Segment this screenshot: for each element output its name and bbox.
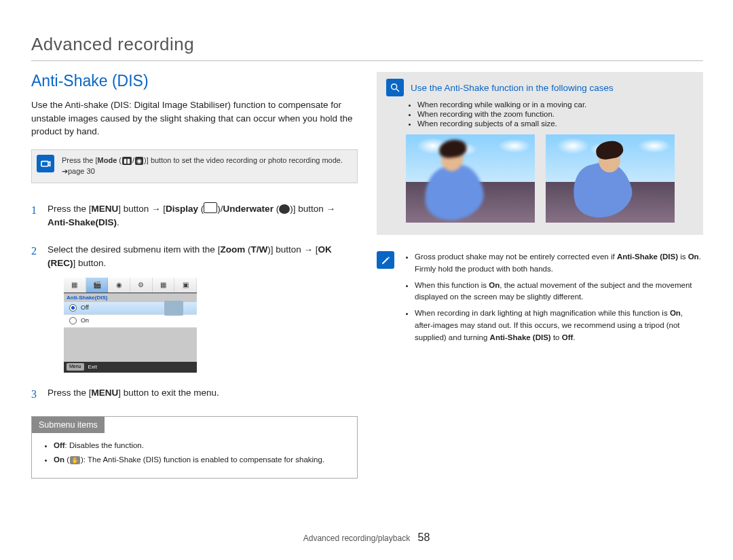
- steps-list: 1 Press the [MENU] button → [Display ()/…: [31, 202, 358, 403]
- w3a: When recording in dark lighting at high …: [415, 309, 670, 317]
- step-1-frag-f: )] button →: [290, 204, 335, 214]
- step-2-number: 2: [31, 243, 41, 373]
- hand-shake-icon: ✋: [70, 456, 80, 464]
- osd-tab-3: ◉: [108, 278, 130, 293]
- footer-text: Advanced recording/playback: [303, 534, 410, 543]
- step-1-number: 1: [31, 202, 41, 230]
- warning-note: Gross product shake may not be entirely …: [377, 251, 703, 348]
- photo-mode-icon: ◉: [135, 157, 143, 165]
- mode-note-box: Press the [Mode (▮▮/◉)] button to set th…: [31, 149, 358, 183]
- video-mode-icon: ▮▮: [122, 157, 132, 165]
- mode-note-text-3: )] button to set the video recording or …: [144, 156, 343, 164]
- osd-tab-4: ⚙: [130, 278, 153, 293]
- display-icon: [204, 202, 217, 213]
- step-2-frag-c: )] button → [: [267, 244, 318, 255]
- warn-item-2: When this function is On, the actual mov…: [415, 280, 703, 304]
- step-2-zoom: Zoom: [220, 244, 245, 255]
- step-1-frag-b: ] button → [: [118, 204, 166, 214]
- section-title: Anti-Shake (DIS): [31, 72, 358, 90]
- page-number: 58: [417, 531, 430, 543]
- submenu-items-box: Submenu items Off: Disables the function…: [31, 416, 358, 479]
- step-1: 1 Press the [MENU] button → [Display ()/…: [31, 202, 358, 230]
- submenu-off-text: : Disables the function.: [65, 441, 144, 449]
- osd-tab-5: ▦: [153, 278, 175, 293]
- step-1-frag-a: Press the [: [48, 204, 92, 214]
- svg-point-1: [392, 84, 397, 90]
- osd-radio-off: [69, 304, 77, 312]
- warning-list: Gross product shake may not be entirely …: [404, 251, 703, 348]
- w1a: Gross product shake may not be entirely …: [415, 253, 617, 261]
- step-2-frag-d: ] button.: [73, 258, 107, 268]
- osd-footer-btn: Menu: [67, 363, 84, 371]
- submenu-on-label: On: [54, 455, 64, 464]
- submenu-item-on: On (✋): The Anti-Shake (DIS) function is…: [54, 454, 347, 466]
- osd-tab-strip: ▦ 🎬 ◉ ⚙ ▦ ▣: [64, 278, 197, 293]
- w1b: is: [678, 253, 688, 261]
- mode-note-text-1: Press the [: [62, 156, 98, 164]
- submenu-body: Off: Disables the function. On (✋): The …: [32, 433, 357, 479]
- step-2-tw: T/W: [250, 244, 267, 255]
- tip-sample-images: [386, 134, 694, 223]
- tip-bullet-3: When recording subjects of a small size.: [417, 119, 694, 128]
- underwater-icon: [279, 204, 290, 214]
- section-divider: [31, 60, 703, 61]
- step-2-frag-a: Select the desired submenu item with the…: [48, 244, 220, 255]
- mode-icon: [37, 155, 54, 172]
- mode-note-sep: /: [132, 156, 134, 164]
- step-1-menu: MENU: [92, 204, 119, 214]
- mode-note-bold-mode: Mode: [98, 156, 117, 164]
- step-3-frag-b: ] button to exit the menu.: [118, 388, 219, 398]
- tip-title: Use the Anti-Shake function in the follo…: [411, 83, 614, 93]
- right-column: Use the Anti-Shake function in the follo…: [377, 72, 703, 479]
- w1b2: On: [688, 253, 699, 261]
- page-content: Advanced recording Anti-Shake (DIS) Use …: [31, 34, 703, 479]
- chapter-title: Advanced recording: [31, 34, 703, 55]
- osd-tab-6: ▣: [174, 278, 197, 293]
- w3b1: On: [670, 309, 681, 317]
- lead-paragraph: Use the Anti-shake (DIS: Digital Image S…: [31, 98, 358, 138]
- step-3-number: 3: [31, 386, 41, 403]
- osd-footer: Menu Exit: [64, 362, 197, 373]
- osd-tab-1: ▦: [64, 278, 86, 293]
- step-1-frag-c: (: [198, 204, 204, 214]
- mode-note-pageref: ➔page 30: [62, 167, 95, 175]
- submenu-off-label: Off: [54, 441, 65, 449]
- submenu-heading: Submenu items: [32, 417, 105, 433]
- warn-item-1: Gross product shake may not be entirely …: [415, 251, 703, 276]
- osd-title: Anti-Shake(DIS): [67, 294, 107, 302]
- step-3: 3 Press the [MENU] button to exit the me…: [31, 386, 358, 403]
- osd-thumbnail: ▦ 🎬 ◉ ⚙ ▦ ▣ Anti-Shake(DIS) Off On: [64, 278, 197, 373]
- osd-item-off-label: Off: [81, 303, 89, 313]
- osd-item-on-label: On: [81, 316, 89, 326]
- osd-footer-label: Exit: [88, 363, 97, 371]
- step-1-frag-g: .: [117, 217, 119, 227]
- tip-heading: Use the Anti-Shake function in the follo…: [386, 79, 694, 96]
- step-1-display: Display: [166, 204, 198, 214]
- submenu-on-text: ): The Anti-Shake (DIS) function is enab…: [81, 455, 324, 464]
- svg-line-2: [396, 89, 399, 92]
- step-1-frag-d: )/: [217, 204, 223, 214]
- sample-image-blurry: [406, 134, 535, 223]
- osd-preview-thumb: [164, 301, 183, 316]
- tip-bullets: When recording while walking or in a mov…: [397, 100, 694, 128]
- submenu-item-off: Off: Disables the function.: [54, 440, 347, 451]
- submenu-list: Off: Disables the function. On (✋): The …: [41, 440, 347, 466]
- left-column: Anti-Shake (DIS) Use the Anti-shake (DIS…: [31, 72, 358, 479]
- step-2: 2 Select the desired submenu item with t…: [31, 243, 358, 373]
- w3c: to: [551, 333, 562, 341]
- magnify-icon: [386, 79, 404, 96]
- sample-image-sharp: [546, 134, 675, 223]
- step-1-body: Press the [MENU] button → [Display ()/Un…: [48, 202, 358, 230]
- step-3-frag-a: Press the [: [48, 388, 92, 398]
- w3b3: Off: [562, 333, 574, 341]
- step-1-underwater: Underwater: [223, 204, 274, 214]
- step-2-body: Select the desired submenu item with the…: [48, 243, 358, 373]
- tip-box: Use the Anti-Shake function in the follo…: [377, 72, 703, 235]
- w1b1: Anti-Shake (DIS): [617, 253, 678, 261]
- svg-rect-0: [41, 161, 48, 166]
- pencil-icon: [377, 251, 394, 269]
- submenu-on-paren: (: [67, 455, 69, 464]
- step-1-target: Anti-Shake(DIS): [48, 217, 117, 227]
- w2a: When this function is: [415, 281, 489, 289]
- mode-note-text-2: (: [117, 156, 121, 164]
